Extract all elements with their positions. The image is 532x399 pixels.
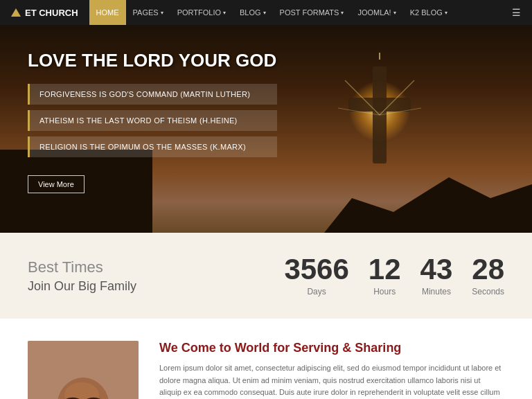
logo-icon (11, 8, 21, 17)
hero-content: LOVE THE LORD YOUR GOD FORGIVENESS IS GO… (0, 25, 532, 218)
content-para1: Lorem ipsum dolor sit amet, consectetur … (159, 362, 504, 399)
hero-title: LOVE THE LORD YOUR GOD (28, 50, 504, 71)
view-more-button[interactable]: View More (28, 175, 85, 193)
logo[interactable]: ET CHURCH (11, 8, 78, 18)
nav-joomla[interactable]: JOOMLA! ▾ (351, 0, 402, 25)
person-image (28, 341, 139, 399)
quote-1: FORGIVENESS IS GOD'S COMMAND (Martin Lut… (28, 84, 277, 105)
hamburger-icon[interactable]: ☰ (512, 7, 521, 18)
content-text: We Come to World for Serving & Sharing L… (159, 341, 504, 399)
countdown-subheading: Join Our Big Family (28, 279, 136, 294)
chevron-down-icon: ▾ (445, 10, 447, 16)
chevron-down-icon: ▾ (393, 10, 396, 16)
countdown-numbers: 3566 Days 12 Hours 43 Minutes 28 Seconds (284, 255, 504, 296)
content-section: We Come to World for Serving & Sharing L… (0, 319, 532, 399)
countdown-left: Best Times Join Our Big Family (28, 258, 136, 294)
chevron-down-icon: ▾ (223, 10, 226, 16)
days-label: Days (284, 287, 348, 296)
nav-links: HOME PAGES ▾ PORTFOLIO ▾ BLOG ▾ POST FOR… (89, 0, 512, 25)
countdown-minutes: 43 Minutes (420, 255, 453, 296)
hours-number: 12 (369, 255, 401, 284)
chevron-down-icon: ▾ (263, 10, 266, 16)
avatar (28, 341, 139, 399)
logo-text: ET CHURCH (25, 8, 78, 18)
countdown-days: 3566 Days (284, 255, 348, 296)
nav-pages[interactable]: PAGES ▾ (126, 0, 170, 25)
content-heading: We Come to World for Serving & Sharing (159, 341, 504, 355)
seconds-number: 28 (472, 255, 504, 284)
countdown-seconds: 28 Seconds (472, 255, 504, 296)
countdown-heading: Best Times (28, 258, 136, 276)
hero-section: LOVE THE LORD YOUR GOD FORGIVENESS IS GO… (0, 25, 532, 233)
nav-k2blog[interactable]: K2 BLOG ▾ (403, 0, 454, 25)
minutes-label: Minutes (420, 287, 453, 296)
nav-blog[interactable]: BLOG ▾ (233, 0, 273, 25)
nav-home[interactable]: HOME (89, 0, 126, 25)
nav-portfolio[interactable]: PORTFOLIO ▾ (170, 0, 233, 25)
countdown-hours: 12 Hours (369, 255, 401, 296)
quote-2: ATHEISM IS THE LAST WORD OF THEISM (H.He… (28, 110, 277, 131)
hours-label: Hours (369, 287, 401, 296)
navbar: ET CHURCH HOME PAGES ▾ PORTFOLIO ▾ BLOG … (0, 0, 532, 25)
countdown-section: Best Times Join Our Big Family 3566 Days… (0, 233, 532, 319)
chevron-down-icon: ▾ (341, 10, 344, 16)
days-number: 3566 (284, 255, 348, 284)
seconds-label: Seconds (472, 287, 504, 296)
minutes-number: 43 (420, 255, 453, 284)
quote-3: RELIGION IS THE OPIMUM OS THE MASSES (K.… (28, 136, 277, 157)
nav-post-formats[interactable]: POST FORMATS ▾ (273, 0, 351, 25)
chevron-down-icon: ▾ (161, 10, 163, 16)
